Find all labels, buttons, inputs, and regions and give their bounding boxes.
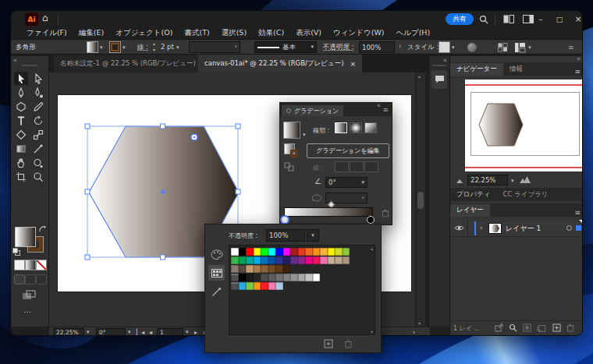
- reverse-gradient-icon[interactable]: [284, 162, 294, 171]
- shape-builder-tool[interactable]: [14, 142, 28, 155]
- home-icon[interactable]: ⌂: [42, 12, 48, 23]
- navigator-zoom-field[interactable]: 22.25%: [467, 175, 508, 186]
- make-mask-icon[interactable]: [523, 323, 531, 332]
- eyedropper-tool[interactable]: [31, 142, 45, 155]
- opacity-field[interactable]: 100%: [359, 41, 395, 53]
- selection-tool[interactable]: [14, 72, 28, 85]
- draw-inside-mode-button[interactable]: [36, 274, 47, 284]
- stepper-up-icon[interactable]: ▴: [153, 41, 155, 46]
- next-artboard-icon[interactable]: ▸: [194, 329, 197, 336]
- swatch[interactable]: [261, 256, 268, 264]
- swatch[interactable]: [313, 256, 321, 264]
- swatch[interactable]: [239, 274, 247, 281]
- tab-navigator[interactable]: ナビゲーター: [450, 63, 503, 76]
- first-artboard-icon[interactable]: ▏◂: [137, 329, 144, 336]
- chevron-down-icon[interactable]: ▾: [511, 178, 514, 184]
- menu-item[interactable]: 編集(E): [79, 28, 104, 38]
- swatch[interactable]: [335, 248, 343, 256]
- gradient-angle-field[interactable]: 0° ▾: [325, 177, 368, 188]
- swatch[interactable]: [239, 282, 247, 290]
- chevron-down-icon[interactable]: ▾: [100, 45, 103, 51]
- swatch[interactable]: [254, 265, 261, 273]
- chevron-down-icon[interactable]: ▾: [128, 330, 131, 335]
- swatch[interactable]: [239, 248, 247, 256]
- none-button[interactable]: [36, 260, 47, 270]
- gradient-slider[interactable]: [284, 207, 373, 217]
- chevron-down-icon[interactable]: ▾: [452, 45, 455, 51]
- chevron-down-icon[interactable]: ▾: [528, 45, 531, 51]
- swatch[interactable]: [231, 265, 239, 273]
- chevron-down-icon[interactable]: ▾: [123, 45, 126, 51]
- type-tool[interactable]: [14, 114, 28, 127]
- swatch[interactable]: [261, 265, 268, 273]
- menu-item[interactable]: ヘルプ(H): [396, 28, 431, 38]
- opacity-expand-icon[interactable]: ›: [399, 43, 401, 50]
- swatch[interactable]: [298, 248, 306, 256]
- gradient-panel-header[interactable]: グラデーション « ≡: [280, 103, 392, 116]
- swatch[interactable]: [261, 274, 268, 281]
- swatch[interactable]: [246, 282, 254, 290]
- menu-item[interactable]: 選択(S): [222, 28, 247, 38]
- swatch[interactable]: [275, 282, 283, 290]
- delete-swatch-icon[interactable]: [344, 339, 353, 348]
- default-fill-stroke-icon[interactable]: [12, 248, 20, 256]
- menu-item[interactable]: ウィンドウ(W): [333, 28, 384, 38]
- direct-selection-tool[interactable]: [31, 72, 45, 85]
- swatch[interactable]: [283, 265, 291, 273]
- swatch[interactable]: [305, 274, 313, 281]
- menu-item[interactable]: オブジェクト(O): [115, 28, 172, 38]
- swatch[interactable]: [305, 256, 313, 264]
- rotate-view-tool[interactable]: [31, 156, 45, 169]
- stop-opacity-dropdown[interactable]: ▾: [307, 229, 319, 242]
- brush-definition-dropdown[interactable]: ▾: [189, 41, 240, 53]
- swatch[interactable]: [268, 282, 276, 290]
- scale-tool[interactable]: [31, 128, 45, 141]
- menu-item[interactable]: 効果(C): [258, 28, 284, 38]
- swatch[interactable]: [246, 274, 254, 281]
- scroll-up-icon[interactable]: ▴: [418, 73, 421, 79]
- tab-properties[interactable]: プロパティ: [450, 189, 497, 201]
- artboard-number-field[interactable]: 1: [157, 328, 183, 336]
- panel-menu-icon[interactable]: ≡: [574, 209, 583, 217]
- previous-artboard-icon[interactable]: ◂: [149, 329, 152, 336]
- swatch[interactable]: [239, 265, 247, 273]
- swatch[interactable]: [231, 248, 239, 256]
- opacity-label[interactable]: 不透明度 :: [323, 43, 354, 52]
- swatch[interactable]: [246, 248, 254, 256]
- expand-layer-icon[interactable]: ›: [480, 224, 483, 231]
- panel-menu-icon[interactable]: ≡: [382, 106, 389, 114]
- swatches-mode-button[interactable]: [208, 265, 225, 281]
- swatch[interactable]: [275, 248, 283, 256]
- zoom-in-icon[interactable]: [519, 175, 531, 184]
- panel-grip[interactable]: [432, 65, 446, 66]
- swatch[interactable]: [246, 265, 254, 273]
- gradient-stroke-mini-icon2[interactable]: [290, 150, 298, 157]
- swatch[interactable]: [343, 256, 350, 264]
- swatch[interactable]: [254, 248, 261, 256]
- new-sublayer-icon[interactable]: [537, 323, 545, 332]
- swatch[interactable]: [268, 248, 276, 256]
- swatch[interactable]: [313, 274, 321, 281]
- swatch[interactable]: [290, 274, 298, 281]
- swatch[interactable]: [239, 256, 247, 264]
- stroke-swatch[interactable]: [109, 41, 121, 53]
- menu-item[interactable]: ファイル(F): [27, 28, 67, 38]
- panel-menu-icon[interactable]: ≡: [574, 68, 583, 76]
- document-tab-active[interactable]: canvas-01ai* @ 22.25 % (RGB/プレビュー) ×: [198, 55, 362, 72]
- hand-tool[interactable]: [14, 156, 28, 169]
- visibility-eye-icon[interactable]: [454, 224, 464, 231]
- zoom-tool[interactable]: [31, 170, 45, 183]
- align-options-icon[interactable]: [498, 43, 508, 52]
- pen-tool[interactable]: [14, 86, 28, 99]
- gradient-panel-tab[interactable]: グラデーション: [282, 105, 343, 116]
- chevron-down-icon[interactable]: ▾: [303, 133, 306, 138]
- control-bar-menu-icon[interactable]: ≡: [568, 44, 574, 51]
- style-swatch[interactable]: [439, 41, 450, 53]
- swatch[interactable]: [298, 274, 306, 281]
- swatch[interactable]: [290, 248, 298, 256]
- minimize-button[interactable]: –: [532, 11, 549, 27]
- swatch[interactable]: [283, 256, 291, 264]
- vertical-scrollbar[interactable]: ▴ ▾: [415, 72, 425, 327]
- scrollbar-thumb[interactable]: [417, 192, 424, 209]
- swatch[interactable]: [298, 256, 306, 264]
